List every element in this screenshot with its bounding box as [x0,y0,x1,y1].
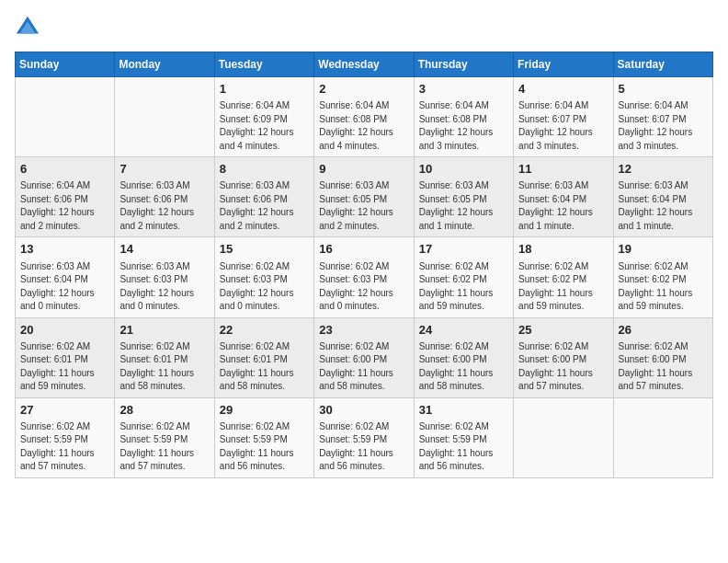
calendar-cell: 2Sunrise: 6:04 AM Sunset: 6:08 PM Daylig… [314,77,414,157]
day-number: 26 [619,322,708,339]
day-number: 8 [220,161,309,178]
day-info: Sunrise: 6:03 AM Sunset: 6:04 PM Dayligh… [619,179,708,233]
column-header-saturday: Saturday [613,52,712,77]
calendar-cell: 16Sunrise: 6:02 AM Sunset: 6:03 PM Dayli… [314,237,414,317]
calendar-cell: 12Sunrise: 6:03 AM Sunset: 6:04 PM Dayli… [613,157,712,237]
calendar-week-row: 27Sunrise: 6:02 AM Sunset: 5:59 PM Dayli… [16,397,713,477]
column-header-monday: Monday [115,52,214,77]
day-info: Sunrise: 6:04 AM Sunset: 6:07 PM Dayligh… [518,99,608,153]
day-number: 21 [119,322,209,339]
day-number: 24 [419,322,508,339]
day-info: Sunrise: 6:02 AM Sunset: 6:03 PM Dayligh… [319,260,408,314]
day-number: 20 [20,322,109,339]
column-header-wednesday: Wednesday [314,52,414,77]
day-number: 22 [220,322,309,339]
day-info: Sunrise: 6:02 AM Sunset: 6:01 PM Dayligh… [20,340,109,394]
calendar-cell: 5Sunrise: 6:04 AM Sunset: 6:07 PM Daylig… [613,77,712,157]
calendar-week-row: 13Sunrise: 6:03 AM Sunset: 6:04 PM Dayli… [16,237,713,317]
calendar-cell: 23Sunrise: 6:02 AM Sunset: 6:00 PM Dayli… [314,317,414,397]
calendar-cell: 19Sunrise: 6:02 AM Sunset: 6:02 PM Dayli… [613,237,712,317]
day-number: 1 [220,81,309,98]
calendar-cell: 9Sunrise: 6:03 AM Sunset: 6:05 PM Daylig… [314,157,414,237]
calendar-cell: 10Sunrise: 6:03 AM Sunset: 6:05 PM Dayli… [414,157,513,237]
calendar-cell: 20Sunrise: 6:02 AM Sunset: 6:01 PM Dayli… [16,317,115,397]
calendar-cell: 24Sunrise: 6:02 AM Sunset: 6:00 PM Dayli… [414,317,513,397]
calendar-cell: 6Sunrise: 6:04 AM Sunset: 6:06 PM Daylig… [16,157,115,237]
day-info: Sunrise: 6:02 AM Sunset: 5:59 PM Dayligh… [419,420,508,474]
logo [15,15,44,40]
day-number: 23 [319,322,408,339]
day-number: 16 [319,241,408,258]
calendar-week-row: 6Sunrise: 6:04 AM Sunset: 6:06 PM Daylig… [16,157,713,237]
day-number: 5 [619,81,708,98]
calendar-cell: 28Sunrise: 6:02 AM Sunset: 5:59 PM Dayli… [115,397,214,477]
day-number: 29 [220,402,309,419]
day-number: 28 [119,402,209,419]
day-info: Sunrise: 6:02 AM Sunset: 6:01 PM Dayligh… [119,340,209,394]
day-number: 15 [220,241,309,258]
day-number: 4 [518,81,608,98]
day-number: 17 [419,241,508,258]
calendar-cell: 22Sunrise: 6:02 AM Sunset: 6:01 PM Dayli… [214,317,313,397]
logo-icon [15,15,40,40]
day-info: Sunrise: 6:02 AM Sunset: 6:02 PM Dayligh… [619,260,708,314]
calendar-cell: 14Sunrise: 6:03 AM Sunset: 6:03 PM Dayli… [115,237,214,317]
day-info: Sunrise: 6:03 AM Sunset: 6:04 PM Dayligh… [518,179,608,233]
day-number: 7 [119,161,209,178]
calendar-cell: 17Sunrise: 6:02 AM Sunset: 6:02 PM Dayli… [414,237,513,317]
calendar-cell: 21Sunrise: 6:02 AM Sunset: 6:01 PM Dayli… [115,317,214,397]
calendar-cell: 30Sunrise: 6:02 AM Sunset: 5:59 PM Dayli… [314,397,414,477]
page-header [15,15,713,40]
day-number: 12 [619,161,708,178]
calendar-cell: 4Sunrise: 6:04 AM Sunset: 6:07 PM Daylig… [514,77,613,157]
calendar-cell [613,397,712,477]
calendar-week-row: 20Sunrise: 6:02 AM Sunset: 6:01 PM Dayli… [16,317,713,397]
day-info: Sunrise: 6:04 AM Sunset: 6:08 PM Dayligh… [319,99,408,153]
day-info: Sunrise: 6:03 AM Sunset: 6:05 PM Dayligh… [419,179,508,233]
calendar-cell: 13Sunrise: 6:03 AM Sunset: 6:04 PM Dayli… [16,237,115,317]
day-info: Sunrise: 6:02 AM Sunset: 6:02 PM Dayligh… [518,260,608,314]
calendar-cell: 27Sunrise: 6:02 AM Sunset: 5:59 PM Dayli… [16,397,115,477]
calendar-cell: 7Sunrise: 6:03 AM Sunset: 6:06 PM Daylig… [115,157,214,237]
calendar-cell [115,77,214,157]
calendar-cell: 1Sunrise: 6:04 AM Sunset: 6:09 PM Daylig… [214,77,313,157]
day-info: Sunrise: 6:03 AM Sunset: 6:06 PM Dayligh… [119,179,209,233]
calendar-header-row: SundayMondayTuesdayWednesdayThursdayFrid… [16,52,713,77]
calendar-cell: 26Sunrise: 6:02 AM Sunset: 6:00 PM Dayli… [613,317,712,397]
calendar-cell: 25Sunrise: 6:02 AM Sunset: 6:00 PM Dayli… [514,317,613,397]
calendar-table: SundayMondayTuesdayWednesdayThursdayFrid… [15,52,713,478]
day-number: 10 [419,161,508,178]
calendar-cell: 3Sunrise: 6:04 AM Sunset: 6:08 PM Daylig… [414,77,513,157]
day-number: 14 [119,241,209,258]
day-info: Sunrise: 6:02 AM Sunset: 5:59 PM Dayligh… [20,420,109,474]
column-header-thursday: Thursday [414,52,513,77]
calendar-cell: 18Sunrise: 6:02 AM Sunset: 6:02 PM Dayli… [514,237,613,317]
day-info: Sunrise: 6:02 AM Sunset: 6:02 PM Dayligh… [419,260,508,314]
day-number: 11 [518,161,608,178]
day-info: Sunrise: 6:03 AM Sunset: 6:05 PM Dayligh… [319,179,408,233]
column-header-sunday: Sunday [16,52,115,77]
day-number: 9 [319,161,408,178]
day-info: Sunrise: 6:04 AM Sunset: 6:06 PM Dayligh… [20,179,109,233]
day-number: 13 [20,241,109,258]
day-number: 2 [319,81,408,98]
day-info: Sunrise: 6:02 AM Sunset: 6:00 PM Dayligh… [518,340,608,394]
day-info: Sunrise: 6:04 AM Sunset: 6:08 PM Dayligh… [419,99,508,153]
day-info: Sunrise: 6:03 AM Sunset: 6:04 PM Dayligh… [20,260,109,314]
column-header-tuesday: Tuesday [214,52,313,77]
day-info: Sunrise: 6:02 AM Sunset: 6:00 PM Dayligh… [619,340,708,394]
calendar-cell: 29Sunrise: 6:02 AM Sunset: 5:59 PM Dayli… [214,397,313,477]
day-info: Sunrise: 6:02 AM Sunset: 5:59 PM Dayligh… [119,420,209,474]
day-info: Sunrise: 6:02 AM Sunset: 6:00 PM Dayligh… [319,340,408,394]
day-info: Sunrise: 6:02 AM Sunset: 5:59 PM Dayligh… [319,420,408,474]
day-number: 19 [619,241,708,258]
column-header-friday: Friday [514,52,613,77]
calendar-week-row: 1Sunrise: 6:04 AM Sunset: 6:09 PM Daylig… [16,77,713,157]
day-number: 31 [419,402,508,419]
calendar-cell [16,77,115,157]
day-info: Sunrise: 6:02 AM Sunset: 6:00 PM Dayligh… [419,340,508,394]
day-info: Sunrise: 6:02 AM Sunset: 6:03 PM Dayligh… [220,260,309,314]
day-number: 18 [518,241,608,258]
calendar-cell [514,397,613,477]
calendar-cell: 8Sunrise: 6:03 AM Sunset: 6:06 PM Daylig… [214,157,313,237]
